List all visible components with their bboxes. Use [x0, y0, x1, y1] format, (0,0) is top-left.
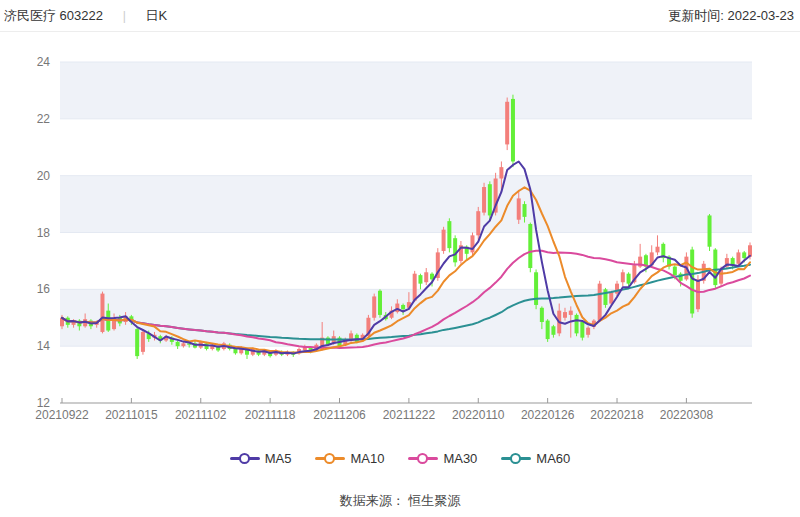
svg-text:18: 18: [37, 226, 51, 240]
svg-text:20: 20: [37, 169, 51, 183]
svg-text:20220110: 20220110: [452, 408, 505, 422]
legend-item-ma5[interactable]: MA5: [230, 451, 292, 466]
legend-label-ma60: MA60: [536, 451, 570, 466]
axes: [60, 398, 752, 403]
legend-label-ma30: MA30: [443, 451, 477, 466]
svg-text:20210922: 20210922: [35, 408, 89, 422]
svg-text:24: 24: [37, 55, 51, 69]
svg-text:20211206: 20211206: [313, 408, 366, 422]
svg-text:20220126: 20220126: [521, 408, 575, 422]
svg-text:16: 16: [37, 282, 51, 296]
legend-item-ma60[interactable]: MA60: [501, 451, 570, 466]
svg-text:20220218: 20220218: [590, 408, 644, 422]
ma5-marker-icon: [230, 452, 260, 466]
ma10-marker-icon: [315, 452, 345, 466]
svg-text:20211222: 20211222: [383, 408, 436, 422]
legend-label-ma10: MA10: [350, 451, 384, 466]
kline-chart-canvas[interactable]: 1214161820222420210922202110152021110220…: [0, 0, 800, 440]
stock-chart-page: 济民医疗 603222 | 日K 更新时间: 2022-03-23 121416…: [0, 0, 800, 517]
svg-text:20211102: 20211102: [175, 408, 227, 422]
svg-text:20220308: 20220308: [660, 408, 714, 422]
grid-bands: [60, 62, 752, 346]
svg-text:14: 14: [37, 339, 51, 353]
svg-text:20211118: 20211118: [245, 408, 296, 422]
ma-legend: MA5 MA10 MA30 MA60: [0, 451, 800, 466]
svg-text:20211015: 20211015: [105, 408, 158, 422]
svg-text:22: 22: [37, 112, 51, 126]
legend-item-ma10[interactable]: MA10: [315, 451, 384, 466]
legend-item-ma30[interactable]: MA30: [408, 451, 477, 466]
legend-label-ma5: MA5: [265, 451, 292, 466]
ma60-marker-icon: [501, 452, 531, 466]
ma30-marker-icon: [408, 452, 438, 466]
y-axis-labels: 12141618202224: [37, 55, 51, 410]
data-source-label: 数据来源： 恒生聚源: [0, 492, 800, 510]
kline-chart-svg: 1214161820222420210922202110152021110220…: [0, 0, 800, 440]
x-axis-labels: 2021092220211015202111022021111820211206…: [35, 408, 713, 422]
